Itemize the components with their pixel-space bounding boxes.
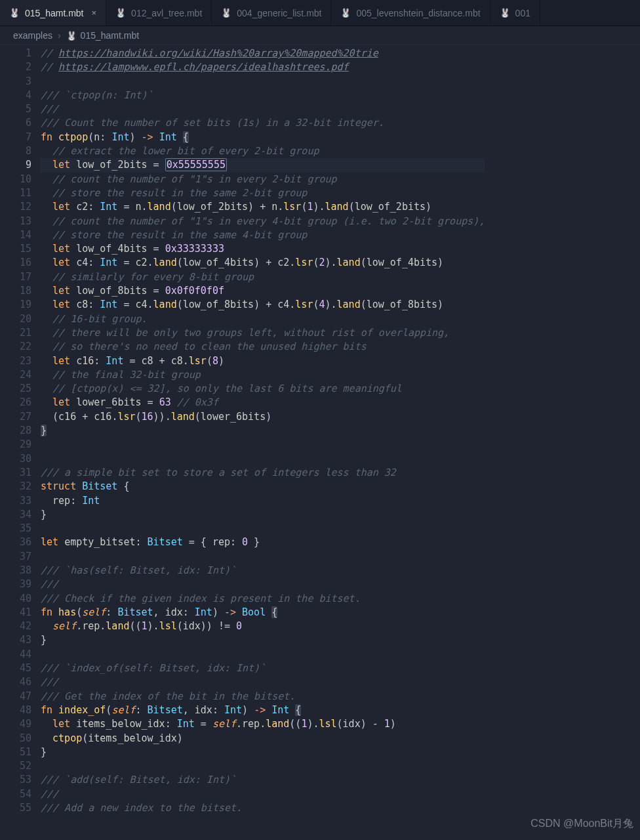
line-number: 49 bbox=[9, 717, 31, 731]
breadcrumb-folder[interactable]: examples bbox=[13, 30, 52, 41]
code-line[interactable]: /// bbox=[41, 578, 485, 591]
line-number: 53 bbox=[9, 773, 31, 787]
code-line[interactable] bbox=[41, 550, 485, 564]
code-line[interactable]: // similarly for every 8-bit group bbox=[41, 270, 485, 284]
code-line[interactable]: /// Add a new index to the bitset. bbox=[41, 801, 485, 815]
code-line[interactable]: // the final 32-bit group bbox=[41, 368, 485, 382]
code-line[interactable]: /// bbox=[41, 102, 485, 116]
code-line[interactable]: // store the result in the same 2-bit gr… bbox=[41, 186, 485, 200]
line-number: 35 bbox=[9, 522, 31, 536]
code-area[interactable]: // https://handwiki.org/wiki/Hash%20arra… bbox=[41, 45, 485, 815]
code-line[interactable]: fn has(self: Bitset, idx: Int) -> Bool { bbox=[41, 606, 485, 620]
code-line[interactable]: let c2: Int = n.land(low_of_2bits) + n.l… bbox=[41, 200, 485, 214]
function-name: has bbox=[58, 606, 76, 618]
code-line[interactable]: let low_of_8bits = 0x0f0f0f0f bbox=[41, 284, 485, 298]
code-line[interactable] bbox=[41, 522, 485, 536]
breadcrumb-file[interactable]: 🐰 015_hamt.mbt bbox=[66, 30, 140, 41]
comment: // extract the lower bit of every 2-bit … bbox=[52, 145, 319, 157]
code-line[interactable]: let items_below_idx: Int = self.rep.land… bbox=[41, 717, 485, 731]
code-line[interactable]: /// Count the number of set bits (1s) in… bbox=[41, 116, 485, 130]
watermark: CSDN @MoonBit月兔 bbox=[530, 817, 633, 831]
code-line[interactable]: let empty_bitset: Bitset = { rep: 0 } bbox=[41, 536, 485, 549]
code-line[interactable]: /// bbox=[41, 788, 485, 801]
comment: /// `add(self: Bitset, idx: Int)` bbox=[41, 774, 236, 786]
code-line[interactable]: let c8: Int = c4.land(low_of_8bits) + c4… bbox=[41, 298, 485, 312]
line-number: 15 bbox=[9, 242, 31, 256]
code-line[interactable]: /// Get the index of the bit in the bits… bbox=[41, 690, 485, 704]
code-line[interactable]: ctpop(items_below_idx) bbox=[41, 732, 485, 746]
line-number: 5 bbox=[9, 102, 31, 116]
code-line[interactable]: rep: Int bbox=[41, 494, 485, 508]
line-number: 8 bbox=[9, 144, 31, 158]
code-line[interactable]: let low_of_2bits = 0x55555555 bbox=[41, 158, 485, 172]
code-line[interactable]: } bbox=[41, 424, 485, 438]
code-line[interactable]: let low_of_4bits = 0x33333333 bbox=[41, 242, 485, 256]
code-line[interactable] bbox=[41, 75, 485, 89]
line-number: 47 bbox=[9, 690, 31, 704]
code-line[interactable]: } bbox=[41, 746, 485, 759]
file-icon: 🐰 bbox=[9, 8, 20, 18]
tab-004-generic-list-mbt[interactable]: 🐰004_generic_list.mbt bbox=[212, 0, 331, 26]
code-editor[interactable]: 1234567891011121314151617181920212223242… bbox=[0, 45, 640, 815]
line-number: 42 bbox=[9, 620, 31, 633]
line-number: 6 bbox=[9, 116, 31, 130]
comment: /// bbox=[41, 676, 58, 688]
tab-012-avl-tree-mbt[interactable]: 🐰012_avl_tree.mbt bbox=[106, 0, 212, 26]
comment: // count the number of "1"s in every 2-b… bbox=[52, 173, 336, 185]
code-line[interactable]: struct Bitset { bbox=[41, 480, 485, 494]
code-line[interactable]: let c4: Int = c2.land(low_of_4bits) + c2… bbox=[41, 256, 485, 270]
line-number: 23 bbox=[9, 354, 31, 368]
code-line[interactable]: let c16: Int = c8 + c8.lsr(8) bbox=[41, 354, 485, 368]
tab-005-levenshtein-distance-mbt[interactable]: 🐰005_levenshtein_distance.mbt bbox=[331, 0, 490, 26]
code-line[interactable]: /// a simple bit set to store a set of i… bbox=[41, 466, 485, 480]
link[interactable]: https://lampwww.epfl.ch/papers/idealhash… bbox=[58, 61, 349, 73]
code-line[interactable]: // count the number of "1"s in every 4-b… bbox=[41, 215, 485, 228]
line-number: 28 bbox=[9, 424, 31, 438]
code-line[interactable] bbox=[41, 452, 485, 466]
code-line[interactable]: /// `ctpop(n: Int)` bbox=[41, 89, 485, 102]
code-line[interactable]: // https://handwiki.org/wiki/Hash%20arra… bbox=[41, 47, 485, 60]
code-line[interactable]: // count the number of "1"s in every 2-b… bbox=[41, 173, 485, 186]
code-line[interactable]: // so there's no need to clean the unuse… bbox=[41, 340, 485, 354]
tab-015-hamt-mbt[interactable]: 🐰015_hamt.mbt× bbox=[0, 0, 106, 26]
code-line[interactable]: // extract the lower bit of every 2-bit … bbox=[41, 144, 485, 158]
code-line[interactable]: // store the result in the same 4-bit gr… bbox=[41, 228, 485, 242]
tab-001[interactable]: 🐰001 bbox=[490, 0, 540, 26]
code-line[interactable]: let lower_6bits = 63 // 0x3f bbox=[41, 396, 485, 410]
comment: // count the number of "1"s in every 4-b… bbox=[52, 215, 485, 227]
line-number: 39 bbox=[9, 578, 31, 591]
code-line[interactable]: // there will be only two groups left, w… bbox=[41, 326, 485, 340]
code-line[interactable]: /// `index_of(self: Bitset, idx: Int)` bbox=[41, 662, 485, 675]
code-line[interactable]: fn index_of(self: Bitset, idx: Int) -> I… bbox=[41, 704, 485, 717]
comment: // similarly for every 8-bit group bbox=[52, 271, 254, 283]
code-line[interactable]: self.rep.land((1).lsl(idx)) != 0 bbox=[41, 620, 485, 633]
code-line[interactable]: /// `add(self: Bitset, idx: Int)` bbox=[41, 773, 485, 787]
line-number: 40 bbox=[9, 592, 31, 606]
line-number: 16 bbox=[9, 256, 31, 270]
code-line[interactable] bbox=[41, 648, 485, 662]
line-number: 21 bbox=[9, 326, 31, 340]
code-line[interactable] bbox=[41, 759, 485, 773]
file-icon: 🐰 bbox=[340, 8, 351, 18]
code-line[interactable]: /// `has(self: Bitset, idx: Int)` bbox=[41, 564, 485, 578]
tab-label: 015_hamt.mbt bbox=[25, 8, 84, 18]
code-line[interactable]: // 16-bit group. bbox=[41, 312, 485, 326]
code-line[interactable]: (c16 + c16.lsr(16)).land(lower_6bits) bbox=[41, 410, 485, 424]
code-line[interactable]: // https://lampwww.epfl.ch/papers/idealh… bbox=[41, 60, 485, 74]
comment: /// Add a new index to the bitset. bbox=[41, 802, 242, 814]
line-number: 38 bbox=[9, 564, 31, 578]
selection: 0x55555555 bbox=[165, 158, 227, 171]
link[interactable]: https://handwiki.org/wiki/Hash%20array%2… bbox=[58, 47, 378, 59]
code-line[interactable] bbox=[41, 438, 485, 452]
chevron-right-icon: › bbox=[58, 30, 61, 41]
code-line[interactable]: /// Check if the given index is present … bbox=[41, 592, 485, 606]
code-line[interactable]: } bbox=[41, 508, 485, 522]
code-line[interactable]: } bbox=[41, 633, 485, 647]
code-line[interactable]: /// bbox=[41, 675, 485, 689]
code-line[interactable]: // [ctpop(x) <= 32], so only the last 6 … bbox=[41, 382, 485, 396]
line-number: 48 bbox=[9, 704, 31, 717]
code-line[interactable]: fn ctpop(n: Int) -> Int { bbox=[41, 131, 485, 144]
close-icon[interactable]: × bbox=[92, 8, 97, 18]
line-number: 33 bbox=[9, 494, 31, 508]
breadcrumb: examples › 🐰 015_hamt.mbt bbox=[0, 26, 640, 45]
